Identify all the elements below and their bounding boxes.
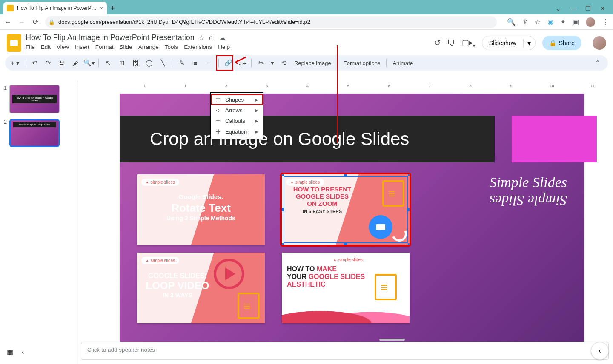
new-tab-button[interactable]: + [107, 4, 119, 14]
undo-button[interactable]: ↶ [29, 57, 40, 69]
shape-tool[interactable]: ◯ [143, 57, 155, 69]
image-card-loop-video[interactable]: simple slides GOOGLE SLIDES: LOOP VIDEO … [137, 253, 265, 323]
crop-button[interactable]: ✂ [255, 57, 267, 69]
comment-button[interactable]: 🗨+ [236, 57, 248, 69]
extension-1-icon[interactable]: ◉ [547, 18, 553, 26]
grid-view-icon[interactable]: ▦ [7, 348, 13, 356]
dropdown-label: Arrows [225, 107, 242, 114]
print-button[interactable]: 🖶 [56, 57, 68, 69]
image-card-rotate-text[interactable]: simple slides Google Slides: Rotate Text… [137, 174, 265, 245]
border-color-button[interactable]: ✎ [176, 57, 188, 69]
textbox-tool[interactable]: ⊞ [116, 57, 128, 69]
history-icon[interactable]: ↺ [434, 38, 441, 48]
slides-logo-icon[interactable] [7, 34, 21, 52]
resize-handle[interactable] [344, 174, 347, 176]
account-avatar[interactable] [593, 36, 606, 50]
side-text-flipped[interactable]: Simple Slides [490, 192, 567, 208]
dropdown-item-shapes[interactable]: ▢ Shapes ▶ [211, 94, 263, 105]
menu-tools[interactable]: Tools [165, 44, 178, 50]
move-icon[interactable]: 🗀 [209, 34, 215, 42]
side-text[interactable]: Simple Slides [490, 174, 567, 191]
image-card-aesthetic[interactable]: simple slides HOW TO MAKE YOUR GOOGLE SL… [282, 253, 410, 323]
border-weight-button[interactable]: ≡ [189, 57, 201, 69]
resize-handle[interactable] [408, 208, 410, 211]
slideshow-dropdown-icon[interactable]: ▾ [523, 39, 535, 47]
resize-handle[interactable] [408, 174, 410, 176]
image-tool[interactable]: 🖼 [129, 57, 141, 69]
dropdown-item-equation[interactable]: ✚ Equation ▶ [211, 126, 263, 137]
pink-accent-block[interactable] [512, 116, 597, 162]
window-dropdown-icon[interactable]: ⌄ [556, 5, 561, 12]
sidepanel-icon[interactable]: ▣ [573, 18, 579, 26]
menu-file[interactable]: File [26, 44, 35, 50]
menu-edit[interactable]: Edit [41, 44, 51, 50]
resize-handle[interactable] [282, 243, 284, 245]
slide-canvas[interactable]: Crop an Image on Google Slides Simple Sl… [120, 94, 584, 353]
slide-title-bar[interactable]: Crop an Image on Google Slides [120, 116, 495, 162]
new-slide-button[interactable]: + ▾ [9, 57, 21, 69]
share-button[interactable]: 🔒 Share [542, 36, 581, 50]
animate-button[interactable]: Animate [390, 60, 415, 66]
link-button[interactable]: 🔗 [222, 57, 234, 69]
resize-handle[interactable] [282, 174, 284, 176]
extensions-icon[interactable]: ✦ [560, 18, 566, 26]
crop-dropdown-icon[interactable]: ▾ [269, 57, 276, 69]
notes-resize-handle[interactable] [379, 339, 405, 341]
redo-button[interactable]: ↷ [42, 57, 54, 69]
slideshow-button[interactable]: Slideshow ▾ [482, 36, 536, 50]
slide-thumb-1[interactable]: How To Crop An Image in Google Slides [9, 85, 60, 113]
menu-insert[interactable]: Insert [75, 44, 89, 50]
resize-handle[interactable] [408, 243, 410, 245]
zoom-button[interactable]: 🔍▾ [83, 57, 95, 69]
mask-reset-button[interactable]: ⟲ [278, 57, 290, 69]
toolbar-collapse-icon[interactable]: ⌃ [592, 57, 604, 69]
collapse-filmstrip-icon[interactable]: ‹ [22, 348, 24, 356]
doc-title[interactable]: How To Flip An Image in PowerPoint Prese… [26, 33, 195, 42]
share-page-icon[interactable]: ⇪ [522, 18, 528, 26]
browser-avatar[interactable] [586, 17, 595, 27]
menu-format[interactable]: Format [95, 44, 114, 50]
slides-favicon [7, 5, 14, 11]
menu-arrange[interactable]: Arrange [138, 44, 159, 50]
paint-format-button[interactable]: 🖌 [69, 57, 81, 69]
menu-extensions[interactable]: Extensions [184, 44, 212, 50]
line-tool[interactable]: ╲ [157, 57, 169, 69]
equation-icon: ✚ [215, 128, 221, 135]
menu-slide[interactable]: Slide [120, 44, 132, 50]
menu-help[interactable]: Help [218, 44, 230, 50]
back-icon[interactable]: ← [4, 18, 12, 26]
canvas[interactable]: 11234567891011 Crop an Image on Google S… [77, 81, 613, 364]
slide-thumb-2[interactable]: Crop an Image on Google Slides [9, 119, 60, 147]
thumb-number: 2 [3, 119, 7, 147]
menu-view[interactable]: View [57, 44, 69, 50]
dropdown-item-callouts[interactable]: ▭ Callouts ▶ [211, 116, 263, 126]
minimize-icon[interactable]: — [570, 5, 576, 12]
present-meet-icon[interactable]: ▢▸▾ [462, 38, 475, 48]
image-card-present-zoom[interactable]: simple slides HOW TO PRESENT GOOGLE SLID… [282, 174, 410, 245]
maximize-icon[interactable]: ❐ [585, 5, 591, 12]
zoom-icon[interactable]: 🔍 [507, 18, 516, 26]
resize-handle[interactable] [344, 243, 347, 245]
replace-image-button[interactable]: Replace image [292, 60, 334, 66]
workspace: 1 How To Crop An Image in Google Slides … [0, 81, 613, 364]
select-tool[interactable]: ↖ [102, 57, 114, 69]
bottom-left-tools: ▦ ‹ [7, 348, 24, 356]
browser-tab[interactable]: How To Flip An Image in PowerP… × [3, 2, 107, 14]
comments-icon[interactable]: 🗨 [447, 39, 455, 48]
explore-button[interactable]: ‹ [591, 342, 609, 360]
selection-border [284, 176, 408, 243]
border-dash-button[interactable]: ╌ [203, 57, 215, 69]
bookmark-icon[interactable]: ☆ [535, 18, 541, 26]
reload-icon[interactable]: ⟳ [32, 18, 39, 26]
speaker-notes[interactable]: Click to add speaker notes [81, 342, 609, 360]
dropdown-item-arrows[interactable]: ➪ Arrows ▶ [211, 105, 263, 116]
thumb-title: How To Crop An Image in Google Slides [12, 95, 57, 103]
share-label: Share [559, 40, 575, 46]
url-field[interactable]: 🔒 docs.google.com/presentation/d/1k_2hUj… [45, 16, 497, 28]
star-icon[interactable]: ☆ [199, 34, 204, 42]
browser-menu-icon[interactable]: ⋮ [602, 18, 609, 26]
close-tab-icon[interactable]: × [100, 5, 103, 11]
resize-handle[interactable] [282, 208, 284, 211]
close-window-icon[interactable]: ✕ [600, 5, 605, 12]
format-options-button[interactable]: Format options [341, 60, 383, 66]
